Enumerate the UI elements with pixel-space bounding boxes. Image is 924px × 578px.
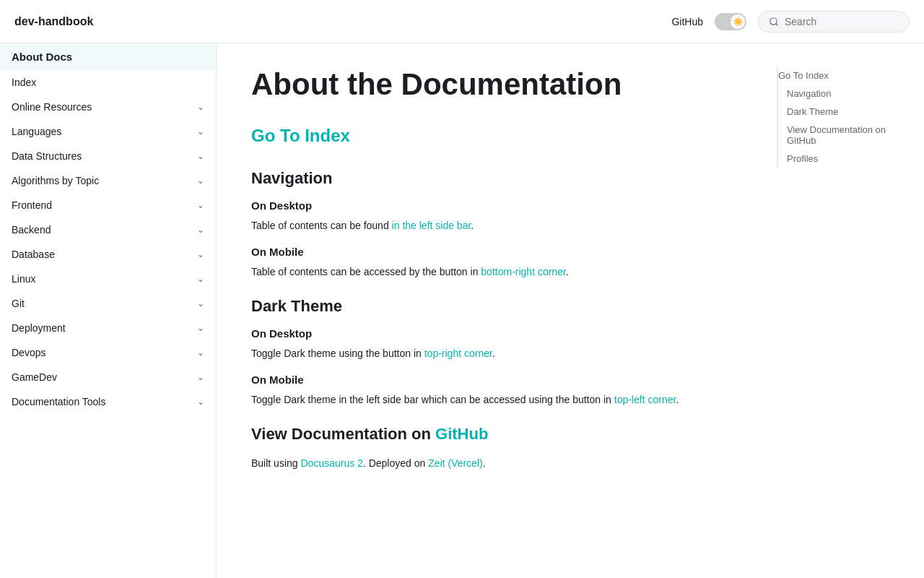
sidebar-item-label: Algorithms by Topic [12,175,99,186]
sidebar-item-linux[interactable]: Linux ⌄ [0,267,216,291]
right-panel-toc: Go To Index Navigation Dark Theme View D… [765,43,924,578]
view-docs-github-link[interactable]: GitHub [435,425,488,443]
dark-desktop-link[interactable]: top-right corner [424,348,492,359]
sidebar-item-label: Git [12,298,25,309]
theme-toggle[interactable]: ☀️ [715,13,746,30]
view-docs-section-title: View Documentation on GitHub [251,425,731,444]
docusaurus-link[interactable]: Docusaurus 2 [300,457,362,469]
toc-item-view-docs-github[interactable]: View Documentation on GitHub [778,121,912,150]
sidebar-item-documentation-tools[interactable]: Documentation Tools ⌄ [0,389,216,414]
sidebar-item-label: Deployment [12,322,66,334]
vercel-link[interactable]: Zeit (Vercel) [428,457,482,469]
sidebar-item-label: Languages [12,126,61,137]
navigation-section-title: Navigation [251,169,731,188]
toggle-track[interactable]: ☀️ [715,13,746,30]
toc-item-go-to-index[interactable]: Go To Index [778,66,912,85]
sidebar: About Docs Index Online Resources ⌄ Lang… [0,43,217,578]
search-icon [769,17,779,27]
search-box[interactable] [758,11,910,33]
github-link[interactable]: GitHub [671,16,703,27]
sidebar-item-label: Frontend [12,199,52,211]
chevron-down-icon: ⌄ [197,225,204,235]
toc-item-profiles[interactable]: Profiles [778,150,912,168]
svg-line-1 [776,23,778,25]
nav-desktop-text: Table of contents can be found in the le… [251,217,731,233]
sidebar-item-devops[interactable]: Devops ⌄ [0,340,216,365]
sidebar-item-backend[interactable]: Backend ⌄ [0,217,216,242]
sidebar-item-label: Data Structures [12,150,82,162]
sidebar-item-label: Documentation Tools [12,396,105,407]
dark-desktop-text: Toggle Dark theme using the button in to… [251,345,731,361]
go-to-index-link[interactable]: Go To Index [251,126,731,146]
chevron-down-icon: ⌄ [197,151,204,161]
chevron-down-icon: ⌄ [197,323,204,333]
nav-mobile-text: Table of contents can be accessed by the… [251,264,731,280]
page-title: About the Documentation [251,66,731,103]
sidebar-item-online-resources[interactable]: Online Resources ⌄ [0,95,216,119]
chevron-down-icon: ⌄ [197,274,204,284]
dark-mobile-title: On Mobile [251,374,731,386]
sidebar-item-deployment[interactable]: Deployment ⌄ [0,316,216,340]
sidebar-item-data-structures[interactable]: Data Structures ⌄ [0,144,216,168]
sidebar-active-item[interactable]: About Docs [0,43,216,70]
sidebar-item-label: GameDev [12,371,57,383]
sidebar-item-label: Online Resources [12,101,92,113]
sidebar-item-label: Linux [12,273,35,285]
view-docs-text: Built using Docusaurus 2. Deployed on Ze… [251,455,731,471]
dark-desktop-title: On Desktop [251,327,731,340]
sidebar-item-database[interactable]: Database ⌄ [0,242,216,267]
sidebar-item-git[interactable]: Git ⌄ [0,291,216,316]
toc-item-dark-theme[interactable]: Dark Theme [778,103,912,121]
chevron-down-icon: ⌄ [197,249,204,259]
sidebar-item-index[interactable]: Index [0,70,216,95]
site-logo: dev-handbook [14,15,671,28]
sidebar-item-gamedev[interactable]: GameDev ⌄ [0,365,216,389]
toc-container: Go To Index Navigation Dark Theme View D… [777,66,912,168]
sidebar-item-label: Backend [12,224,51,236]
chevron-down-icon: ⌄ [197,176,204,186]
sidebar-item-label: Devops [12,347,45,358]
sidebar-item-frontend[interactable]: Frontend ⌄ [0,193,216,217]
page-layout: About Docs Index Online Resources ⌄ Lang… [0,43,924,578]
chevron-down-icon: ⌄ [197,348,204,358]
nav-desktop-link[interactable]: in the left side bar [392,220,471,231]
navbar: dev-handbook GitHub ☀️ [0,0,924,43]
nav-mobile-title: On Mobile [251,246,731,258]
nav-mobile-link[interactable]: bottom-right corner [481,266,566,277]
chevron-down-icon: ⌄ [197,126,204,137]
chevron-down-icon: ⌄ [197,298,204,309]
navbar-right: GitHub ☀️ [671,11,910,33]
toc-item-navigation[interactable]: Navigation [778,85,912,103]
chevron-down-icon: ⌄ [197,200,204,210]
dark-mobile-text: Toggle Dark theme in the left side bar w… [251,392,731,407]
dark-theme-section-title: Dark Theme [251,297,731,316]
chevron-down-icon: ⌄ [197,397,204,407]
search-input[interactable] [785,16,899,27]
sidebar-item-label: Index [12,77,36,88]
toggle-thumb: ☀️ [731,14,745,29]
sidebar-item-algorithms[interactable]: Algorithms by Topic ⌄ [0,168,216,193]
chevron-down-icon: ⌄ [197,102,204,112]
dark-mobile-link[interactable]: top-left corner [614,394,676,405]
sidebar-item-languages[interactable]: Languages ⌄ [0,119,216,144]
main-content: About the Documentation Go To Index Navi… [217,43,765,578]
chevron-down-icon: ⌄ [197,372,204,382]
nav-desktop-title: On Desktop [251,199,731,212]
sidebar-item-label: Database [12,249,55,260]
